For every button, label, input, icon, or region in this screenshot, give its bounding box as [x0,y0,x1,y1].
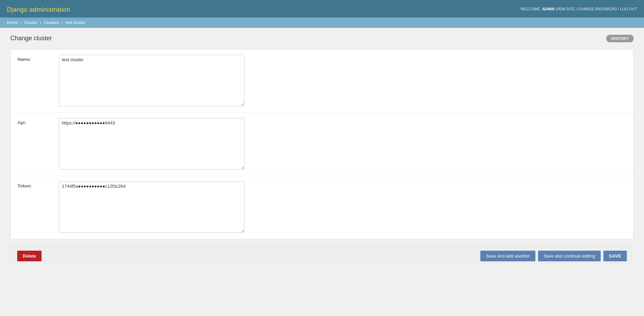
breadcrumb-sep-1: › [20,20,22,25]
username: ADMIN [542,7,555,11]
breadcrumb-cluster[interactable]: Cluster [24,20,37,25]
site-title-link[interactable]: Django administration [7,6,70,13]
name-textarea[interactable]: test cluster [59,55,244,106]
breadcrumb-current: test cluster [65,20,85,25]
page-title-area: Change cluster HISTORY [10,35,634,42]
breadcrumb-sep-3: › [62,20,63,25]
name-input-wrap: test cluster [59,55,626,107]
delete-button[interactable]: Delete [17,251,42,261]
token-textarea[interactable]: 1744f5a●●●●●●●●●●c12f3c264 [59,181,244,233]
branding: Django administration [7,3,70,14]
save-button[interactable]: SAVE [603,251,627,261]
save-continue-button[interactable]: Save and continue editing [538,251,601,261]
api-input-wrap: https://●●●●●●●●●●●6443 [59,118,626,171]
submit-row: Delete Save and add another Save and con… [10,246,634,265]
view-site-link[interactable]: VIEW SITE [556,7,575,11]
content: Change cluster HISTORY Name: test cluste… [0,28,644,272]
token-label: Token: [18,181,59,188]
form-row-token: Token: 1744f5a●●●●●●●●●●c12f3c264 [11,176,633,239]
breadcrumb-clusters[interactable]: Clusters [44,20,59,25]
breadcrumb: Home › Cluster › Clusters › test cluster [0,18,644,28]
breadcrumb-sep-2: › [40,20,41,25]
breadcrumb-home[interactable]: Home [7,20,18,25]
api-label: Api: [18,118,59,125]
api-textarea[interactable]: https://●●●●●●●●●●●6443 [59,118,244,170]
change-password-link[interactable]: CHANGE PASSWORD [578,7,617,11]
welcome-text: WELCOME, [521,7,541,11]
token-input-wrap: 1744f5a●●●●●●●●●●c12f3c264 [59,181,626,234]
page-title: Change cluster [10,35,52,42]
save-buttons: Save and add another Save and continue e… [480,251,627,261]
logout-link[interactable]: LOG OUT [620,7,637,11]
user-tools: WELCOME, ADMIN VIEW SITE / CHANGE PASSWO… [521,7,637,11]
save-add-button[interactable]: Save and add another [480,251,535,261]
form-row-api: Api: https://●●●●●●●●●●●6443 [11,113,633,176]
history-button[interactable]: HISTORY [606,35,634,42]
form-container: Name: test cluster Api: https://●●●●●●●●… [10,49,634,239]
header: Django administration WELCOME, ADMIN VIE… [0,0,644,18]
name-label: Name: [18,55,59,62]
content-wrapper: Change cluster HISTORY Name: test cluste… [0,28,644,313]
form-row-name: Name: test cluster [11,50,633,113]
